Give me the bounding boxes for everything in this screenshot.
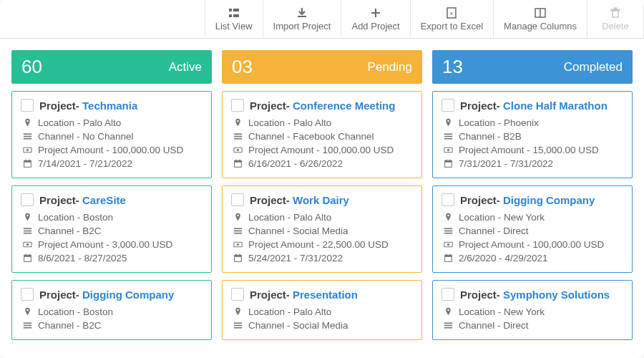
channel-row: Channel - Facebook Channel xyxy=(231,130,413,143)
project-prefix: Project- xyxy=(460,100,503,112)
export-excel-button[interactable]: x Export to Excel xyxy=(410,0,493,38)
dates-text: 5/24/2021 - 7/31/2022 xyxy=(248,253,343,263)
manage-columns-label: Manage Columns xyxy=(504,21,577,32)
column-count: 03 xyxy=(232,56,253,78)
svg-rect-73 xyxy=(449,254,451,256)
manage-columns-button[interactable]: Manage Columns xyxy=(493,0,587,38)
list-icon xyxy=(233,321,243,330)
amount-row: Project Amount - 100,000.00 USD xyxy=(231,143,413,157)
amount-row: Project Amount - 3,000.00 USD xyxy=(21,238,203,251)
project-card[interactable]: Project- Symphony SolutionsLocation - Ne… xyxy=(432,280,633,340)
card-checkbox[interactable] xyxy=(231,288,244,301)
calendar-icon xyxy=(22,159,32,168)
column-header[interactable]: 13Completed xyxy=(432,50,633,84)
project-name[interactable]: Conference Meeting xyxy=(293,100,395,112)
delete-button[interactable]: Delete xyxy=(587,0,644,38)
money-icon xyxy=(443,240,453,249)
column-status: Active xyxy=(169,60,202,74)
amount-row: Project Amount - 22,500.00 USD xyxy=(231,238,413,251)
svg-rect-30 xyxy=(25,254,26,256)
svg-rect-57 xyxy=(444,136,452,137)
svg-rect-34 xyxy=(23,327,31,329)
svg-rect-62 xyxy=(444,160,452,162)
list-icon xyxy=(443,132,453,141)
svg-rect-4 xyxy=(298,16,306,17)
project-card[interactable]: Project- Clone Half MarathonLocation - P… xyxy=(432,91,633,178)
project-prefix: Project- xyxy=(39,289,82,301)
add-project-button[interactable]: Add Project xyxy=(341,0,409,38)
location-row: Location - Boston xyxy=(21,305,203,319)
project-name[interactable]: Digging Company xyxy=(503,194,595,206)
svg-rect-6 xyxy=(371,12,380,14)
channel-text: Channel - No Channel xyxy=(38,131,134,142)
project-card[interactable]: Project- Work DairyLocation - Palo AltoC… xyxy=(222,185,422,273)
list-icon xyxy=(233,226,243,236)
project-card[interactable]: Project- Digging CompanyLocation - Bosto… xyxy=(11,280,212,340)
card-title-row: Project- Techmania xyxy=(21,99,203,112)
amount-row: Project Amount - 15,000.00 USD xyxy=(441,143,623,157)
svg-rect-1 xyxy=(229,14,232,17)
amount-text: Project Amount - 15,000.00 USD xyxy=(459,145,599,155)
column-count: 60 xyxy=(21,56,42,78)
svg-point-18 xyxy=(26,149,28,151)
project-card[interactable]: Project- Conference MeetingLocation - Pa… xyxy=(222,91,422,178)
project-name[interactable]: Clone Half Marathon xyxy=(503,100,608,112)
project-card[interactable]: Project- Digging CompanyLocation - New Y… xyxy=(432,185,633,273)
channel-row: Channel - Social Media xyxy=(231,224,413,238)
card-checkbox[interactable] xyxy=(21,288,34,301)
list-view-button[interactable]: List View xyxy=(205,0,263,38)
svg-point-48 xyxy=(236,243,238,246)
list-icon xyxy=(233,132,243,141)
svg-rect-63 xyxy=(446,160,447,161)
card-checkbox[interactable] xyxy=(231,193,244,206)
project-name[interactable]: Techmania xyxy=(82,100,137,112)
project-card[interactable]: Project- PresentationLocation - Palo Alt… xyxy=(222,280,422,340)
project-name[interactable]: Work Dairy xyxy=(293,194,349,206)
svg-rect-42 xyxy=(235,160,237,161)
svg-rect-51 xyxy=(235,254,237,256)
project-card[interactable]: Project- TechmaniaLocation - Palo AltoCh… xyxy=(11,91,212,178)
list-icon xyxy=(22,132,32,141)
dates-text: 2/6/2020 - 4/29/2021 xyxy=(459,253,548,263)
column-header[interactable]: 60Active xyxy=(11,50,212,84)
pin-icon xyxy=(233,213,243,222)
project-prefix: Project- xyxy=(39,194,82,206)
svg-rect-37 xyxy=(233,138,241,140)
svg-rect-35 xyxy=(233,133,241,135)
dates-row: 2/6/2020 - 4/29/2021 xyxy=(441,251,623,265)
card-checkbox[interactable] xyxy=(441,99,454,112)
pin-icon xyxy=(22,118,32,127)
svg-point-60 xyxy=(447,149,449,151)
project-card[interactable]: Project- CareSiteLocation - BostonChanne… xyxy=(11,185,212,273)
delete-label: Delete xyxy=(602,21,629,32)
card-checkbox[interactable] xyxy=(441,288,454,301)
location-text: Location - New York xyxy=(459,306,545,317)
svg-rect-32 xyxy=(23,322,31,324)
column-header[interactable]: 03Pending xyxy=(222,50,422,84)
toolbar: List View Import Project Add Project x E… xyxy=(0,0,644,39)
dates-text: 7/14/2021 - 7/21/2022 xyxy=(38,158,132,169)
svg-text:x: x xyxy=(450,10,453,16)
card-list: Project- TechmaniaLocation - Palo AltoCh… xyxy=(11,91,212,340)
trash-icon xyxy=(610,7,621,19)
column-status: Pending xyxy=(368,60,412,74)
svg-rect-15 xyxy=(23,136,31,137)
svg-point-39 xyxy=(236,149,238,151)
import-project-button[interactable]: Import Project xyxy=(263,0,341,38)
project-name[interactable]: Presentation xyxy=(293,289,358,301)
card-checkbox[interactable] xyxy=(21,193,34,206)
card-checkbox[interactable] xyxy=(21,99,34,112)
card-checkbox[interactable] xyxy=(231,99,244,112)
location-text: Location - Palo Alto xyxy=(248,212,331,223)
channel-text: Channel - Facebook Channel xyxy=(248,131,374,142)
project-name[interactable]: CareSite xyxy=(82,194,126,206)
amount-text: Project Amount - 22,500.00 USD xyxy=(248,239,389,250)
svg-rect-67 xyxy=(444,233,452,234)
project-name[interactable]: Digging Company xyxy=(82,289,174,301)
channel-text: Channel - Social Media xyxy=(248,226,348,236)
card-checkbox[interactable] xyxy=(441,193,454,206)
channel-row: Channel - B2C xyxy=(21,319,203,332)
svg-rect-23 xyxy=(23,228,31,229)
list-icon xyxy=(22,321,32,330)
project-name[interactable]: Symphony Solutions xyxy=(503,289,610,301)
